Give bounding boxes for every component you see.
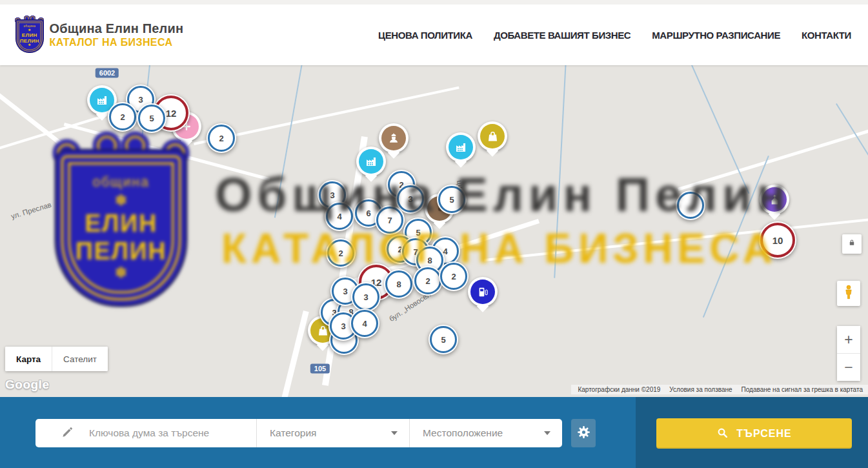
crest-ornament: ✽ <box>115 266 127 281</box>
keyword-search-input[interactable] <box>88 427 256 440</box>
report-map-error-link[interactable]: Подаване на сигнал за грешка в картата <box>742 386 863 393</box>
map-cluster-marker[interactable]: 2 <box>108 102 137 132</box>
map-cluster-marker[interactable]: 2 <box>207 123 236 153</box>
location-select[interactable]: Местоположение <box>409 419 562 447</box>
site-subtitle: КАТАЛОГ НА БИЗНЕСА <box>50 37 184 48</box>
map-cluster-marker[interactable]: 4 <box>350 309 379 338</box>
crest-org-label: община <box>92 174 149 190</box>
map-cluster-marker[interactable]: 5 <box>137 103 167 133</box>
street-view-pegman-button[interactable] <box>837 281 860 306</box>
category-select-label: Категория <box>270 427 316 439</box>
zoom-out-button[interactable]: − <box>837 354 860 381</box>
cluster-count: 4 <box>326 203 353 230</box>
map-cluster-marker[interactable]: 4 <box>325 201 354 231</box>
cluster-count: 3 <box>352 283 379 310</box>
fuel-icon <box>470 280 495 304</box>
map-cluster-marker[interactable]: 10 <box>759 221 796 259</box>
map-cluster-marker[interactable]: 5 <box>429 325 458 354</box>
cluster-count: 2 <box>109 103 136 130</box>
map-pin-church[interactable] <box>760 185 789 214</box>
map-cluster-marker[interactable]: 5 <box>437 185 467 214</box>
map-canvas[interactable]: ул. Преславбул. „Новоселции 6002105 12 3… <box>0 65 868 397</box>
cluster-count <box>677 192 704 219</box>
brand-text: Община Елин Пелин КАТАЛОГ НА БИЗНЕСА <box>50 21 184 48</box>
cluster-count: 5 <box>438 186 465 213</box>
watermark-title: Община Елин Пелин <box>215 167 791 222</box>
crest-org-label: община <box>23 25 35 28</box>
map-cluster-marker[interactable] <box>676 190 705 220</box>
crest-ornament: ✽ <box>115 194 127 209</box>
cluster-count: 2 <box>440 263 467 290</box>
map-stream <box>836 103 868 219</box>
watermark-crest: община ✽ ЕЛИН ПЕЛИН ✽ <box>55 137 187 307</box>
map-road <box>0 78 97 173</box>
road-number-sign: 6002 <box>96 68 119 78</box>
google-logo: Google <box>5 378 49 392</box>
map-road <box>281 310 309 397</box>
crest-name-line1: ЕЛИН <box>22 32 37 38</box>
search-button[interactable]: ТЪРСЕНЕ <box>656 418 852 449</box>
pegman-icon <box>841 283 856 303</box>
church-icon <box>762 187 787 212</box>
map-type-map-button[interactable]: Карта <box>5 347 52 371</box>
category-select[interactable]: Категория <box>257 419 409 447</box>
main-nav: ЦЕНОВА ПОЛИТИКАДОБАВЕТЕ ВАШИЯТ БИЗНЕСМАР… <box>378 30 851 41</box>
cluster-count: 2 <box>327 239 354 267</box>
map-stream <box>554 65 567 278</box>
keyword-field <box>35 419 257 447</box>
cluster-count: 10 <box>760 223 795 258</box>
lock-icon <box>847 238 856 250</box>
map-pin-worker[interactable] <box>379 123 409 153</box>
pencil-icon <box>61 426 74 441</box>
road-number-sign: 105 <box>310 364 330 374</box>
municipality-crest-logo: община ✽ ЕЛИН ПЕЛИН ✽ <box>15 17 44 53</box>
zoom-in-button[interactable]: + <box>837 326 860 354</box>
map-cluster-marker[interactable]: 3 <box>351 282 381 312</box>
map-cluster-marker[interactable]: 8 <box>384 269 414 299</box>
map-cluster-marker[interactable]: 2 <box>326 238 356 268</box>
crest-body: община ✽ ЕЛИН ПЕЛИН ✽ <box>15 19 44 53</box>
cluster-count: 4 <box>351 310 378 337</box>
map-attribution: Картографски данни ©2019 Условия за полз… <box>571 385 868 394</box>
cluster-count: 5 <box>138 105 165 132</box>
location-select-label: Местоположение <box>423 427 503 439</box>
search-bar: Категория Местоположение <box>0 397 868 468</box>
cluster-count: 2 <box>208 125 235 152</box>
map-cluster-marker[interactable]: 7 <box>375 205 405 235</box>
map-road <box>678 129 868 190</box>
cluster-count: 7 <box>376 207 403 234</box>
map-pin-factory[interactable] <box>446 132 476 162</box>
map-type-control: Карта Сателит <box>5 347 108 371</box>
map-stream <box>685 65 749 194</box>
map-cluster-marker[interactable]: 2 <box>413 266 443 296</box>
map-lock-button[interactable] <box>842 234 862 254</box>
worker-icon <box>381 126 406 150</box>
crest-ornament: ✽ <box>28 44 31 47</box>
crest-name-line1: ЕЛИН <box>85 210 157 237</box>
nav-item-transport-schedule[interactable]: МАРШРУТНО РАЗПИСАНИЕ <box>652 30 780 41</box>
terms-of-use-link[interactable]: Условия за ползване <box>669 386 732 393</box>
cluster-count: 3 <box>397 185 424 212</box>
gear-icon <box>576 425 591 442</box>
map-pin-fuel[interactable] <box>468 277 498 307</box>
search-icon <box>716 427 729 441</box>
map-pin-shopping-bag[interactable] <box>478 121 507 151</box>
map-stream <box>274 65 305 218</box>
advanced-settings-button[interactable] <box>571 419 596 447</box>
chevron-down-icon <box>391 431 398 435</box>
crest-body: община ✽ ЕЛИН ПЕЛИН ✽ <box>55 149 187 307</box>
map-cluster-marker[interactable]: 2 <box>439 261 469 291</box>
street-label: ул. Преслав <box>10 201 52 220</box>
crest-name-line2: ПЕЛИН <box>76 238 167 265</box>
nav-item-contacts[interactable]: КОНТАКТИ <box>802 30 851 41</box>
map-type-satellite-button[interactable]: Сателит <box>52 347 108 371</box>
nav-item-pricing[interactable]: ЦЕНОВА ПОЛИТИКА <box>378 30 472 41</box>
brand-logo[interactable]: община ✽ ЕЛИН ПЕЛИН ✽ Община Елин Пелин … <box>15 17 183 53</box>
map-pin-factory[interactable] <box>356 147 386 176</box>
chevron-down-icon <box>544 431 550 435</box>
page: община ✽ ЕЛИН ПЕЛИН ✽ Община Елин Пелин … <box>0 0 868 468</box>
map-road <box>484 218 868 261</box>
search-fields: Категория Местоположение <box>35 419 562 447</box>
map-data-copyright: Картографски данни ©2019 <box>578 386 660 393</box>
nav-item-add-business[interactable]: ДОБАВЕТЕ ВАШИЯТ БИЗНЕС <box>494 30 631 41</box>
